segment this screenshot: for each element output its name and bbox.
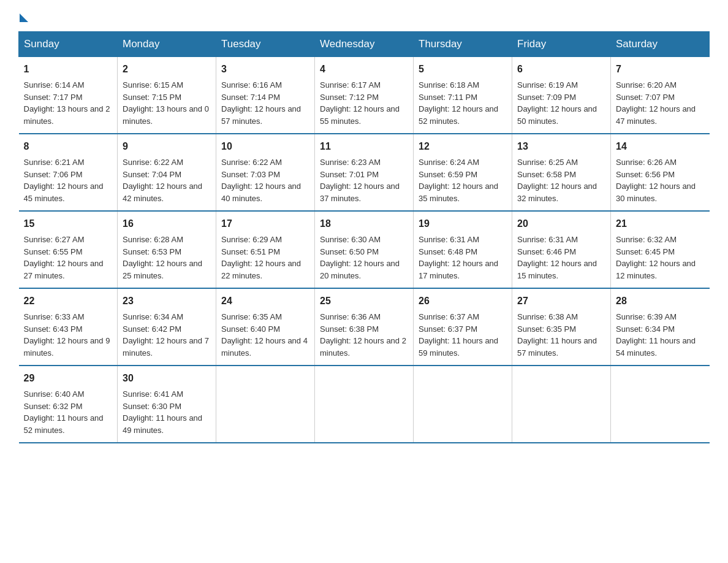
sunset-label: Sunset: 6:59 PM (419, 170, 477, 179)
daylight-label: Daylight: 12 hours and 12 minutes. (616, 259, 696, 280)
calendar-table: SundayMondayTuesdayWednesdayThursdayFrid… (18, 31, 710, 443)
weekday-header-monday: Monday (118, 32, 216, 57)
calendar-cell: 29 Sunrise: 6:40 AM Sunset: 6:32 PM Dayl… (19, 366, 118, 443)
day-number: 16 (123, 216, 211, 231)
sunrise-label: Sunrise: 6:18 AM (419, 80, 479, 90)
day-number: 2 (123, 62, 211, 77)
daylight-label: Daylight: 12 hours and 15 minutes. (517, 259, 597, 280)
sunset-label: Sunset: 6:53 PM (123, 247, 181, 256)
calendar-cell: 17 Sunrise: 6:29 AM Sunset: 6:51 PM Dayl… (216, 211, 315, 288)
calendar-cell: 22 Sunrise: 6:33 AM Sunset: 6:43 PM Dayl… (19, 288, 118, 366)
sunrise-label: Sunrise: 6:34 AM (123, 312, 183, 321)
daylight-label: Daylight: 12 hours and 47 minutes. (616, 104, 696, 126)
day-number: 29 (24, 371, 113, 386)
day-number: 28 (616, 294, 705, 308)
day-number: 18 (320, 216, 408, 231)
calendar-cell: 13 Sunrise: 6:25 AM Sunset: 6:58 PM Dayl… (512, 134, 611, 211)
sunrise-label: Sunrise: 6:23 AM (320, 158, 381, 167)
calendar-cell (512, 366, 611, 443)
calendar-week-row: 29 Sunrise: 6:40 AM Sunset: 6:32 PM Dayl… (19, 366, 710, 443)
weekday-header-wednesday: Wednesday (315, 32, 414, 57)
calendar-cell: 27 Sunrise: 6:38 AM Sunset: 6:35 PM Dayl… (512, 288, 611, 366)
calendar-week-row: 8 Sunrise: 6:21 AM Sunset: 7:06 PM Dayli… (19, 134, 710, 211)
calendar-week-row: 15 Sunrise: 6:27 AM Sunset: 6:55 PM Dayl… (19, 211, 710, 288)
day-number: 11 (320, 139, 408, 154)
sunset-label: Sunset: 6:48 PM (419, 247, 477, 256)
sunrise-label: Sunrise: 6:41 AM (123, 389, 183, 399)
calendar-cell: 9 Sunrise: 6:22 AM Sunset: 7:04 PM Dayli… (118, 134, 216, 211)
sunrise-label: Sunrise: 6:17 AM (320, 80, 381, 90)
sunset-label: Sunset: 7:17 PM (24, 93, 83, 102)
logo-text (18, 12, 28, 22)
sunrise-label: Sunrise: 6:16 AM (221, 80, 282, 90)
weekday-header-friday: Friday (512, 32, 611, 57)
daylight-label: Daylight: 12 hours and 45 minutes. (24, 182, 104, 203)
calendar-cell: 10 Sunrise: 6:22 AM Sunset: 7:03 PM Dayl… (216, 134, 315, 211)
sunset-label: Sunset: 6:55 PM (24, 247, 83, 256)
daylight-label: Daylight: 11 hours and 49 minutes. (123, 413, 202, 435)
day-number: 23 (123, 294, 211, 308)
daylight-label: Daylight: 12 hours and 7 minutes. (123, 336, 209, 358)
calendar-cell: 30 Sunrise: 6:41 AM Sunset: 6:30 PM Dayl… (118, 366, 216, 443)
sunrise-label: Sunrise: 6:15 AM (123, 80, 183, 90)
day-number: 21 (616, 216, 705, 231)
day-number: 17 (221, 216, 309, 231)
sunset-label: Sunset: 6:34 PM (616, 324, 675, 334)
sunrise-label: Sunrise: 6:21 AM (24, 158, 85, 167)
sunset-label: Sunset: 7:15 PM (123, 93, 181, 102)
day-number: 22 (24, 294, 113, 308)
sunset-label: Sunset: 7:04 PM (123, 170, 181, 179)
calendar-cell: 26 Sunrise: 6:37 AM Sunset: 6:37 PM Dayl… (414, 288, 512, 366)
calendar-cell: 21 Sunrise: 6:32 AM Sunset: 6:45 PM Dayl… (611, 211, 710, 288)
daylight-label: Daylight: 12 hours and 17 minutes. (419, 259, 498, 280)
sunset-label: Sunset: 6:37 PM (419, 324, 477, 334)
sunset-label: Sunset: 6:58 PM (517, 170, 576, 179)
sunset-label: Sunset: 6:43 PM (24, 324, 83, 334)
day-number: 20 (517, 216, 605, 231)
daylight-label: Daylight: 11 hours and 52 minutes. (24, 413, 104, 435)
sunrise-label: Sunrise: 6:32 AM (616, 235, 677, 244)
sunrise-label: Sunrise: 6:31 AM (419, 235, 479, 244)
sunset-label: Sunset: 6:42 PM (123, 324, 181, 334)
calendar-cell: 8 Sunrise: 6:21 AM Sunset: 7:06 PM Dayli… (19, 134, 118, 211)
sunset-label: Sunset: 7:06 PM (24, 170, 83, 179)
day-number: 5 (419, 62, 507, 77)
sunset-label: Sunset: 6:45 PM (616, 247, 675, 256)
daylight-label: Daylight: 13 hours and 2 minutes. (24, 104, 110, 126)
day-number: 30 (123, 371, 211, 386)
calendar-week-row: 22 Sunrise: 6:33 AM Sunset: 6:43 PM Dayl… (19, 288, 710, 366)
daylight-label: Daylight: 12 hours and 32 minutes. (517, 182, 597, 203)
calendar-cell: 4 Sunrise: 6:17 AM Sunset: 7:12 PM Dayli… (315, 57, 414, 134)
sunset-label: Sunset: 7:14 PM (221, 93, 280, 102)
daylight-label: Daylight: 12 hours and 57 minutes. (221, 104, 301, 126)
calendar-cell: 2 Sunrise: 6:15 AM Sunset: 7:15 PM Dayli… (118, 57, 216, 134)
calendar-cell: 16 Sunrise: 6:28 AM Sunset: 6:53 PM Dayl… (118, 211, 216, 288)
calendar-cell: 1 Sunrise: 6:14 AM Sunset: 7:17 PM Dayli… (19, 57, 118, 134)
sunrise-label: Sunrise: 6:30 AM (320, 235, 381, 244)
calendar-cell: 3 Sunrise: 6:16 AM Sunset: 7:14 PM Dayli… (216, 57, 315, 134)
calendar-cell (315, 366, 414, 443)
sunrise-label: Sunrise: 6:38 AM (517, 312, 578, 321)
weekday-header-tuesday: Tuesday (216, 32, 315, 57)
sunrise-label: Sunrise: 6:14 AM (24, 80, 85, 90)
sunset-label: Sunset: 7:01 PM (320, 170, 379, 179)
sunrise-label: Sunrise: 6:27 AM (24, 235, 85, 244)
daylight-label: Daylight: 11 hours and 54 minutes. (616, 336, 696, 358)
day-number: 14 (616, 139, 705, 154)
calendar-cell: 15 Sunrise: 6:27 AM Sunset: 6:55 PM Dayl… (19, 211, 118, 288)
weekday-header-thursday: Thursday (414, 32, 512, 57)
daylight-label: Daylight: 12 hours and 52 minutes. (419, 104, 498, 126)
sunset-label: Sunset: 7:12 PM (320, 93, 379, 102)
calendar-cell (216, 366, 315, 443)
weekday-header-row: SundayMondayTuesdayWednesdayThursdayFrid… (19, 32, 710, 57)
sunset-label: Sunset: 7:11 PM (419, 93, 477, 102)
day-number: 6 (517, 62, 605, 77)
sunset-label: Sunset: 6:30 PM (123, 402, 181, 411)
day-number: 7 (616, 62, 705, 77)
calendar-week-row: 1 Sunrise: 6:14 AM Sunset: 7:17 PM Dayli… (19, 57, 710, 134)
daylight-label: Daylight: 12 hours and 42 minutes. (123, 182, 202, 203)
sunset-label: Sunset: 6:50 PM (320, 247, 379, 256)
sunrise-label: Sunrise: 6:39 AM (616, 312, 677, 321)
sunrise-label: Sunrise: 6:22 AM (221, 158, 282, 167)
daylight-label: Daylight: 12 hours and 22 minutes. (221, 259, 301, 280)
